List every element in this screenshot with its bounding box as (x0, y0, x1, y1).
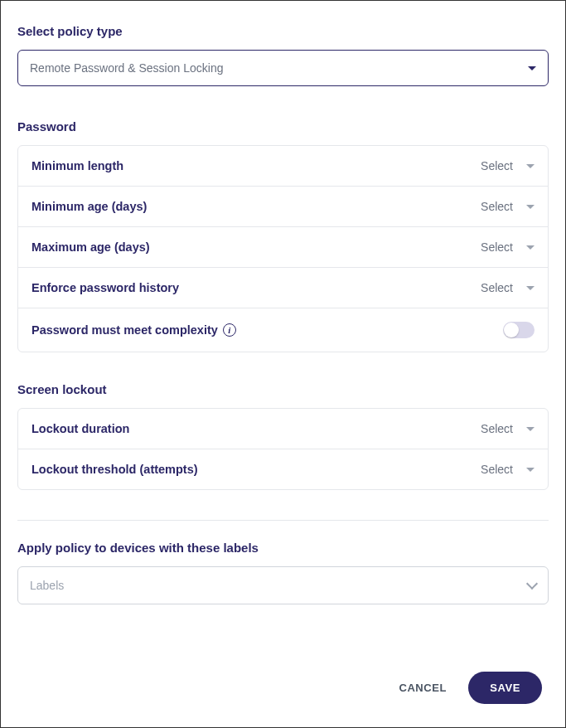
lockout-threshold-select[interactable]: Select (481, 463, 535, 476)
chevron-down-icon (526, 578, 538, 590)
info-icon[interactable]: i (223, 323, 236, 337)
caret-down-icon (526, 205, 535, 209)
caret-down-icon (528, 66, 536, 70)
policy-type-select[interactable]: Remote Password & Session Locking (17, 50, 549, 86)
password-settings-group: Minimum length Select Minimum age (days)… (17, 145, 549, 352)
complexity-label: Password must meet complexity i (31, 323, 236, 337)
apply-labels-section-label: Apply policy to devices with these label… (17, 541, 549, 555)
toggle-knob (504, 323, 519, 337)
policy-type-selected: Remote Password & Session Locking (30, 61, 223, 75)
min-length-label: Minimum length (31, 159, 123, 172)
caret-down-icon (526, 245, 535, 250)
cancel-button[interactable]: CANCEL (399, 682, 447, 694)
lockout-duration-select[interactable]: Select (481, 422, 535, 435)
screen-lockout-group: Lockout duration Select Lockout threshol… (17, 408, 549, 490)
select-text: Select (481, 240, 513, 254)
caret-down-icon (526, 164, 535, 168)
divider (17, 520, 549, 521)
password-section-label: Password (17, 119, 549, 133)
select-text: Select (481, 159, 513, 172)
labels-select[interactable]: Labels (17, 566, 549, 604)
min-length-select[interactable]: Select (481, 159, 535, 172)
max-age-select[interactable]: Select (481, 240, 535, 254)
spacer (17, 621, 549, 638)
lockout-duration-row: Lockout duration Select (18, 409, 548, 449)
lockout-threshold-row: Lockout threshold (attempts) Select (18, 449, 548, 489)
caret-down-icon (526, 286, 535, 290)
max-age-label: Maximum age (days) (31, 240, 150, 254)
history-row: Enforce password history Select (18, 268, 548, 308)
policy-type-label: Select policy type (17, 24, 549, 38)
max-age-row: Maximum age (days) Select (18, 227, 548, 268)
caret-down-icon (526, 468, 535, 472)
lockout-threshold-label: Lockout threshold (attempts) (31, 463, 198, 476)
select-text: Select (481, 463, 513, 476)
history-label: Enforce password history (31, 281, 179, 294)
save-button[interactable]: SAVE (468, 672, 542, 704)
screen-lockout-section-label: Screen lockout (17, 382, 549, 396)
complexity-row: Password must meet complexity i (18, 308, 548, 352)
min-length-row: Minimum length Select (18, 146, 548, 187)
footer: CANCEL SAVE (1, 652, 565, 727)
complexity-label-text: Password must meet complexity (31, 323, 218, 337)
lockout-duration-label: Lockout duration (31, 422, 129, 435)
select-text: Select (481, 422, 513, 435)
select-text: Select (481, 200, 513, 213)
scroll-container[interactable]: Select policy type Remote Password & Ses… (1, 1, 565, 652)
labels-placeholder: Labels (30, 579, 64, 592)
complexity-toggle[interactable] (503, 322, 535, 338)
min-age-row: Minimum age (days) Select (18, 187, 548, 227)
caret-down-icon (526, 427, 535, 431)
min-age-label: Minimum age (days) (31, 200, 147, 213)
history-select[interactable]: Select (481, 281, 535, 294)
min-age-select[interactable]: Select (481, 200, 535, 213)
select-text: Select (481, 281, 513, 294)
